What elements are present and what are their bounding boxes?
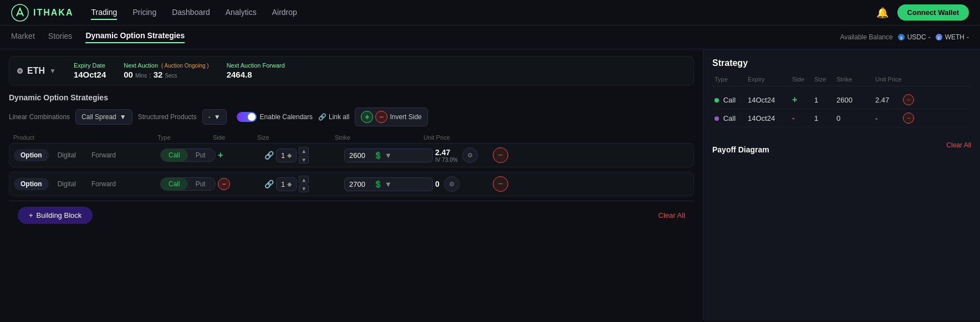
plus-circle-icon: + bbox=[361, 111, 373, 123]
link-all-button[interactable]: 🔗 Link all bbox=[318, 113, 349, 121]
eth-symbol: ETH bbox=[27, 66, 45, 76]
size-up-btn-2[interactable]: ▲ bbox=[299, 176, 309, 183]
unit-price-area-1: 2.47 IV 73.0% ⚙ bbox=[435, 147, 491, 163]
col-size: Size bbox=[257, 134, 335, 141]
logo-area: ITHAKA bbox=[11, 4, 73, 22]
logo-text: ITHAKA bbox=[33, 8, 73, 18]
call-btn-1[interactable]: Call bbox=[161, 149, 188, 161]
size-pm-1: ▲ ▼ bbox=[299, 147, 309, 163]
strike-value-2[interactable]: 2700 bbox=[349, 180, 371, 188]
sr2-price: - bbox=[875, 114, 903, 122]
call-spread-dropdown[interactable]: Call Spread ▼ bbox=[75, 109, 132, 125]
table-row: Option Digital Forward Call Put − 🔗 1 ◆ bbox=[9, 172, 694, 196]
bell-icon[interactable]: 🔔 bbox=[876, 7, 889, 19]
sr2-remove-btn[interactable]: − bbox=[903, 113, 914, 124]
invert-side-button[interactable]: + − Invert Side bbox=[355, 108, 427, 126]
sh-unit-price: Unit Price bbox=[875, 76, 903, 83]
clear-all-button[interactable]: Clear All bbox=[659, 211, 685, 219]
weth-icon: E bbox=[935, 33, 943, 41]
plus-icon: + bbox=[29, 211, 33, 219]
sr1-price: 2.47 bbox=[875, 96, 903, 104]
strike-control-2: 2700 💲 ▼ bbox=[344, 177, 433, 191]
eth-chevron-icon[interactable]: ▼ bbox=[49, 67, 56, 75]
call-put-2: Call Put bbox=[160, 177, 216, 191]
size-up-btn-1[interactable]: ▲ bbox=[299, 147, 309, 155]
forward-btn-2[interactable]: Forward bbox=[85, 178, 122, 190]
put-btn-1[interactable]: Put bbox=[188, 149, 213, 161]
toggle-thumb bbox=[248, 113, 256, 121]
nav-airdrop[interactable]: Airdrop bbox=[272, 6, 297, 20]
digital-btn-2[interactable]: Digital bbox=[51, 178, 83, 190]
size-down-btn-1[interactable]: ▼ bbox=[299, 156, 309, 163]
nav-right: 🔔 Connect Wallet bbox=[876, 4, 969, 21]
subnav-market[interactable]: Market bbox=[11, 32, 35, 43]
strike-chevron-icon-2[interactable]: ▼ bbox=[385, 180, 392, 188]
digital-btn-1[interactable]: Digital bbox=[51, 149, 83, 161]
strategy-panel-title: Strategy bbox=[712, 58, 971, 68]
remove-row-btn-2[interactable]: − bbox=[493, 176, 508, 192]
sh-size: Size bbox=[814, 76, 836, 83]
clear-all-right-button[interactable]: Clear All bbox=[946, 141, 971, 149]
payoff-diagram-title: Payoff Diagram bbox=[712, 145, 769, 154]
eth-info-row: ETH ▼ Expiry Date 14Oct24 Next Auction (… bbox=[9, 56, 694, 85]
sr1-expiry: 14Oct24 bbox=[748, 96, 792, 104]
size-pm-2: ▲ ▼ bbox=[299, 176, 309, 192]
sr1-remove-btn[interactable]: − bbox=[903, 94, 914, 105]
col-action bbox=[479, 134, 501, 141]
strike-control-1: 2600 💲 ▼ bbox=[344, 149, 433, 162]
nav-dashboard[interactable]: Dashboard bbox=[172, 6, 210, 20]
nav-pricing[interactable]: Pricing bbox=[132, 6, 156, 20]
enable-calendars-toggle[interactable] bbox=[237, 112, 257, 122]
size-input-1[interactable]: 1 ◆ bbox=[276, 149, 297, 162]
building-block-button[interactable]: + Building Block bbox=[18, 207, 93, 224]
usdc-strike-icon-1: 💲 bbox=[374, 151, 382, 160]
green-dot-1 bbox=[714, 98, 719, 103]
sr2-strike: 0 bbox=[836, 114, 875, 122]
price-settings-1[interactable]: ⚙ bbox=[462, 147, 478, 163]
sh-side: Side bbox=[792, 76, 814, 83]
product-type-selector-1: Option Digital Forward bbox=[14, 149, 158, 161]
table-row: Option Digital Forward Call Put + 🔗 1 ◆ bbox=[9, 143, 694, 167]
minus-circle-icon: − bbox=[375, 111, 387, 123]
usdc-strike-icon-2: 💲 bbox=[374, 180, 382, 188]
right-panel: Strategy Type Expiry Side Size Strike Un… bbox=[703, 49, 980, 320]
auction-timer: 00 Mins : 32 Secs bbox=[124, 70, 208, 79]
strategy-row-2: Call 14Oct24 - 1 0 - − bbox=[712, 109, 971, 127]
svg-text:$: $ bbox=[900, 35, 902, 40]
link-icon-1: 🔗 bbox=[264, 151, 274, 160]
subnav-dynamic-option-strategies[interactable]: Dynamic Option Strategies bbox=[85, 31, 185, 43]
size-control-1: 🔗 1 ◆ ▲ ▼ bbox=[264, 147, 342, 163]
connect-wallet-button[interactable]: Connect Wallet bbox=[897, 4, 969, 21]
enable-calendars-area: Enable Calendars bbox=[237, 112, 313, 122]
col-type: Type bbox=[157, 134, 213, 141]
option-btn-1[interactable]: Option bbox=[14, 149, 49, 161]
purple-dot-2 bbox=[714, 116, 719, 121]
remove-row-btn-1[interactable]: − bbox=[493, 147, 508, 163]
col-side: Side bbox=[213, 134, 257, 141]
strike-value-1[interactable]: 2600 bbox=[349, 151, 371, 160]
sr1-type: Call bbox=[714, 96, 748, 104]
eth-label: ETH ▼ bbox=[17, 66, 56, 76]
size-down-btn-2[interactable]: ▼ bbox=[299, 185, 309, 192]
sr2-size: 1 bbox=[814, 114, 836, 122]
expiry-block: Expiry Date 14Oct24 bbox=[74, 62, 106, 79]
structured-products-dropdown[interactable]: - ▼ bbox=[202, 109, 227, 125]
forward-block: Next Auction Forward 2464.8 bbox=[227, 62, 285, 79]
forward-label: Next Auction Forward bbox=[227, 62, 285, 69]
enable-calendars-label: Enable Calendars bbox=[260, 113, 313, 121]
nav-analytics[interactable]: Analytics bbox=[226, 6, 257, 20]
nav-links: Trading Pricing Dashboard Analytics Aird… bbox=[91, 6, 876, 20]
usdc-icon: $ bbox=[897, 33, 905, 41]
nav-trading[interactable]: Trading bbox=[91, 6, 117, 20]
subnav-stories[interactable]: Stories bbox=[48, 32, 73, 43]
left-panel: ETH ▼ Expiry Date 14Oct24 Next Auction (… bbox=[0, 49, 703, 320]
option-btn-2[interactable]: Option bbox=[14, 178, 49, 190]
put-btn-2[interactable]: Put bbox=[188, 178, 213, 190]
linear-label: Linear Combinations bbox=[9, 113, 70, 121]
strike-chevron-icon-1[interactable]: ▼ bbox=[385, 151, 392, 160]
size-input-2[interactable]: 1 ◆ bbox=[276, 177, 297, 191]
call-btn-2[interactable]: Call bbox=[161, 178, 188, 190]
price-settings-2[interactable]: ⚙ bbox=[444, 176, 460, 192]
price-value-2: 0 bbox=[435, 180, 440, 188]
forward-btn-1[interactable]: Forward bbox=[85, 149, 122, 161]
